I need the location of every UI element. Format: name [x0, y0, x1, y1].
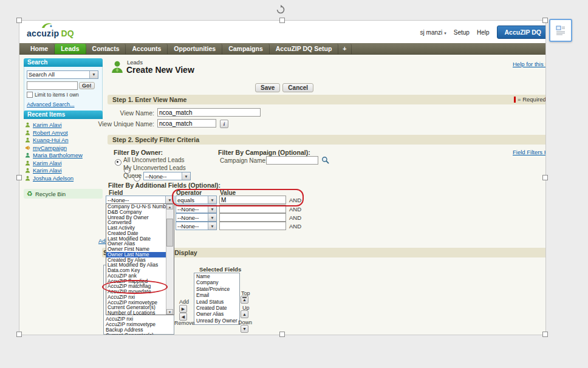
- field-filters-help-link[interactable]: Field Filters Hel: [513, 149, 546, 155]
- tab-home[interactable]: Home: [24, 44, 55, 54]
- move-up-button[interactable]: ▲: [241, 310, 248, 318]
- filter-value-input-2[interactable]: [219, 205, 286, 213]
- filter-operator-select-3[interactable]: --None--▼: [176, 213, 217, 222]
- recent-item[interactable]: Karim Alavi: [25, 160, 101, 167]
- and-label: AND: [289, 197, 301, 203]
- recent-item-link[interactable]: Karim Alavi: [33, 160, 62, 166]
- selected-field-item[interactable]: Name: [194, 273, 239, 279]
- right-arrow-icon: ▶: [182, 307, 185, 312]
- recent-item-link[interactable]: Maria Bartholomew: [33, 152, 83, 158]
- recent-item-link[interactable]: Karim Alavi: [33, 121, 62, 128]
- sidebar-recent-module: Recent Items Karim Alavi Robert Amyot Ku…: [24, 111, 103, 185]
- tab-leads[interactable]: Leads: [55, 44, 86, 54]
- setup-link[interactable]: Setup: [454, 29, 470, 36]
- left-arrow-icon: ◀: [182, 315, 185, 319]
- page-content: Search Search All ▼ Go! Limit to items I…: [19, 55, 545, 335]
- filter-operator-select-4[interactable]: --None--▼: [176, 222, 217, 230]
- selection-handle[interactable]: [16, 175, 22, 180]
- add-arrow-button[interactable]: ▶: [179, 305, 187, 313]
- save-button[interactable]: Save: [255, 83, 280, 92]
- view-unique-name-input[interactable]: [157, 119, 216, 128]
- selected-field-item[interactable]: Unread By Owner: [194, 318, 239, 324]
- recent-item[interactable]: Karim Alavi: [25, 167, 101, 174]
- rotate-handle-icon[interactable]: [276, 5, 285, 15]
- recent-item[interactable]: myCampaign: [25, 145, 101, 152]
- accuzip-logo-swoosh-icon: [40, 22, 53, 29]
- available-field-item[interactable]: Current Generator(s): [106, 333, 154, 335]
- selected-field-item[interactable]: State/Province: [194, 286, 239, 292]
- tab-accounts[interactable]: Accounts: [126, 44, 168, 54]
- dropdown-scrollbar[interactable]: ▲ ▼: [166, 204, 174, 315]
- scroll-down-icon[interactable]: ▼: [166, 309, 173, 315]
- tab-contacts[interactable]: Contacts: [86, 44, 126, 54]
- selected-field-item[interactable]: Email: [194, 292, 239, 298]
- selection-handle[interactable]: [542, 18, 548, 23]
- selection-handle[interactable]: [542, 175, 548, 180]
- selection-handle[interactable]: [542, 332, 548, 337]
- filter-value-input-3[interactable]: [219, 213, 286, 222]
- app-menu-button[interactable]: AccuZIP DQ: [497, 26, 547, 39]
- move-top-button[interactable]: ▲: [241, 296, 248, 304]
- filter-operator-select-2[interactable]: --None--▼: [176, 205, 217, 213]
- recent-item-link[interactable]: Joshua Adelson: [33, 175, 74, 182]
- selection-handle[interactable]: [16, 18, 22, 23]
- recent-item[interactable]: Kuang-Hui An: [25, 137, 101, 144]
- filter-by-campaign-label: Filter By Campaign (Optional):: [218, 149, 310, 156]
- view-name-input[interactable]: [157, 108, 261, 117]
- selection-handle[interactable]: [16, 332, 22, 337]
- recent-item[interactable]: Robert Amyot: [25, 129, 101, 137]
- selected-field-item[interactable]: Created Date: [194, 305, 239, 311]
- cancel-button[interactable]: Cancel: [282, 83, 313, 92]
- chevron-down-icon: ▼: [208, 222, 216, 230]
- image-options-button[interactable]: [549, 19, 572, 42]
- selected-field-item[interactable]: Owner Alias: [194, 311, 239, 317]
- move-down-button[interactable]: ▼: [241, 325, 248, 333]
- app-header: accuzipDQ sj manzi▾ Setup Help AccuZIP D…: [19, 21, 545, 43]
- recent-item-link[interactable]: Kuang-Hui An: [33, 137, 69, 143]
- user-name: sj manzi: [420, 29, 443, 36]
- selected-fields-list[interactable]: Name Company State/Province Email Lead S…: [194, 273, 240, 325]
- field-dropdown-list[interactable]: Company D-U-N-S Number D&B Company Unrea…: [106, 203, 174, 315]
- help-link[interactable]: Help: [477, 29, 490, 36]
- recycle-bin-link[interactable]: Recycle Bin: [35, 191, 66, 197]
- limit-checkbox[interactable]: [27, 92, 33, 98]
- search-scope-select[interactable]: Search All ▼: [27, 70, 98, 79]
- filter-value-input-1[interactable]: [219, 196, 286, 204]
- help-for-page-link[interactable]: Help for this Pa: [513, 61, 546, 67]
- recycle-bin[interactable]: ♻ Recycle Bin: [24, 189, 103, 199]
- recent-item[interactable]: Joshua Adelson: [25, 175, 101, 182]
- recent-item[interactable]: Karim Alavi: [25, 121, 101, 129]
- advanced-search-link[interactable]: Advanced Search...: [27, 101, 75, 107]
- tab-opportunities[interactable]: Opportunities: [168, 44, 222, 54]
- selected-field-item[interactable]: Lead Status: [194, 299, 239, 305]
- recent-item-link[interactable]: Robert Amyot: [33, 129, 68, 136]
- user-menu[interactable]: sj manzi▾: [420, 29, 446, 36]
- tab-add[interactable]: +: [338, 44, 351, 54]
- recent-item-link[interactable]: myCampaign: [33, 145, 67, 151]
- dropdown-option[interactable]: Number of Locations: [106, 310, 166, 315]
- tab-campaigns[interactable]: Campaigns: [222, 44, 270, 54]
- filter-by-owner-label: Filter By Owner:: [114, 149, 163, 156]
- lookup-icon[interactable]: [321, 156, 329, 164]
- selection-handle[interactable]: [279, 332, 285, 337]
- scroll-up-icon[interactable]: ▲: [166, 204, 173, 210]
- filter-operator-value-3: --None--: [176, 214, 208, 221]
- info-icon[interactable]: i: [220, 120, 228, 128]
- filter-operator-select-1[interactable]: equals▼: [176, 196, 217, 204]
- tab-accuzip-dq-setup[interactable]: AccuZIP DQ Setup: [270, 44, 339, 54]
- recent-item[interactable]: Maria Bartholomew: [25, 152, 101, 159]
- recent-item-link[interactable]: Karim Alavi: [33, 167, 62, 174]
- search-scope-value: Search All: [27, 71, 89, 78]
- scrollbar-thumb[interactable]: [166, 219, 173, 247]
- selected-field-item[interactable]: Company: [194, 279, 239, 285]
- campaign-name-input[interactable]: [266, 156, 318, 165]
- filter-value-input-4[interactable]: [219, 222, 286, 230]
- radio-all-unconverted-leads[interactable]: [115, 159, 121, 166]
- search-input[interactable]: [27, 81, 78, 90]
- step1-title: Step 1. Enter View Name: [112, 96, 186, 103]
- accuzip-logo[interactable]: accuzipDQ: [27, 22, 87, 38]
- search-go-button[interactable]: Go!: [79, 82, 95, 89]
- filter-field-select-1[interactable]: --None--▼: [106, 196, 174, 204]
- queue-select[interactable]: --None-- ▼: [143, 172, 191, 180]
- selection-handle[interactable]: [279, 18, 285, 23]
